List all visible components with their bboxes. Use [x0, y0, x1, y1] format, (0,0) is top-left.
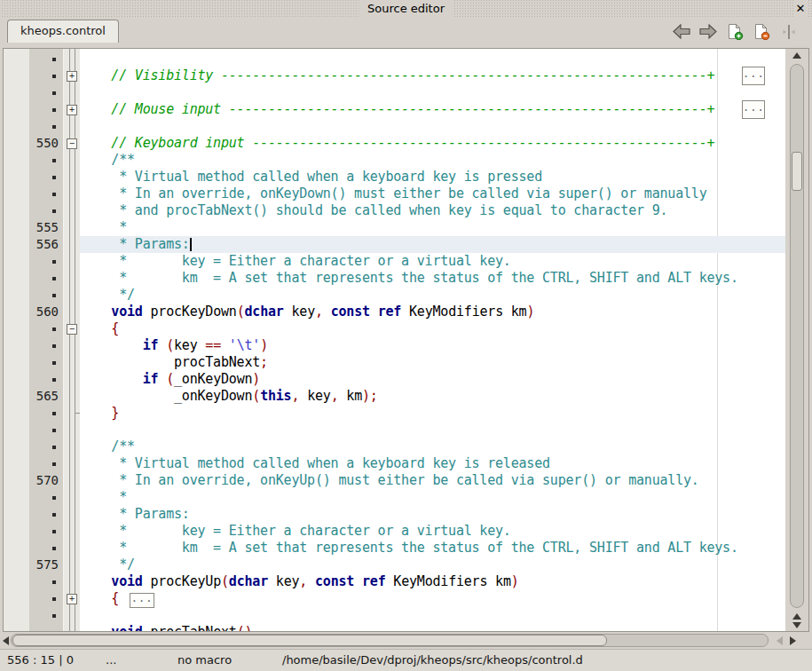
- line-dot: [29, 101, 63, 118]
- code-line[interactable]: {: [80, 320, 785, 337]
- line-dot: [29, 405, 63, 422]
- previous-source-icon: [672, 24, 691, 39]
- code-line[interactable]: */: [80, 287, 785, 304]
- code-line[interactable]: * Virtual method called when a keyboard …: [80, 455, 785, 472]
- code-line[interactable]: * and procTabNext() should be called whe…: [80, 202, 785, 219]
- fold-gutter-cell: [64, 51, 80, 67]
- line-dot: [29, 186, 63, 202]
- folded-code-ellipsis[interactable]: ...: [742, 67, 765, 85]
- code-line[interactable]: */: [80, 557, 785, 573]
- fold-gutter-cell: [64, 438, 80, 455]
- fold-gutter-cell: [64, 304, 80, 320]
- code-line[interactable]: * Params:: [80, 236, 785, 253]
- code-line[interactable]: /**: [80, 152, 785, 169]
- fold-expand-icon[interactable]: +: [67, 594, 77, 604]
- fold-gutter-cell: [64, 557, 80, 573]
- code-view[interactable]: // Visibility --------------------------…: [80, 49, 785, 631]
- code-line[interactable]: * In an override, onKeyUp() must either …: [80, 472, 785, 489]
- fold-expand-icon[interactable]: +: [67, 105, 77, 115]
- titlebar[interactable]: Source editor ✕: [0, 0, 812, 18]
- fold-gutter-cell: +: [64, 101, 80, 118]
- fold-gutter-cell: [64, 152, 80, 169]
- hscroll-thumb[interactable]: [12, 635, 607, 646]
- code-line[interactable]: /**: [80, 438, 785, 455]
- vscroll-thumb[interactable]: [792, 152, 802, 191]
- code-line[interactable]: void procKeyUp(dchar key, const ref KeyM…: [80, 573, 785, 590]
- scroll-left-icon[interactable]: [3, 636, 9, 645]
- scroll-up-icon[interactable]: [792, 52, 801, 59]
- fold-gutter-cell: [64, 573, 80, 590]
- tab-kheops-control[interactable]: kheops.control: [7, 20, 119, 43]
- code-area[interactable]: // Visibility --------------------------…: [80, 51, 785, 631]
- code-line[interactable]: void procTabNext(): [80, 624, 785, 631]
- code-line[interactable]: [80, 84, 785, 101]
- detach-editor-button[interactable]: [779, 22, 799, 42]
- code-line[interactable]: _onKeyDown(this, key, km);: [80, 388, 785, 405]
- code-line[interactable]: // Mouse input -------------------------…: [80, 101, 785, 118]
- code-line[interactable]: * key = Either a character or a virtual …: [80, 523, 785, 540]
- code-line[interactable]: * Params:: [80, 506, 785, 523]
- scroll-down-icon[interactable]: [792, 622, 801, 628]
- code-line[interactable]: * key = Either a character or a virtual …: [80, 253, 785, 270]
- code-line[interactable]: void procKeyDown(dchar key, const ref Ke…: [80, 304, 785, 320]
- code-line[interactable]: * km = A set that represents the status …: [80, 270, 785, 287]
- vscroll-track[interactable]: [790, 64, 804, 608]
- fold-gutter-cell: [64, 523, 80, 540]
- line-dot: [29, 590, 63, 607]
- code-line[interactable]: if (_onKeyDown): [80, 371, 785, 388]
- new-source-button[interactable]: [725, 22, 745, 42]
- code-line[interactable]: * Virtual method called when a keyboard …: [80, 169, 785, 186]
- line-number: 556: [29, 236, 63, 253]
- code-line[interactable]: * In an override, onKeyDown() must eithe…: [80, 186, 785, 202]
- fold-collapse-icon[interactable]: −: [67, 324, 77, 335]
- fold-gutter-cell: [64, 84, 80, 101]
- fold-expand-icon[interactable]: +: [67, 71, 77, 82]
- previous-source-button[interactable]: [672, 22, 691, 42]
- line-dot: [29, 422, 63, 438]
- code-line[interactable]: procTabNext;: [80, 354, 785, 371]
- new-source-icon: [725, 24, 745, 40]
- tab-label: kheops.control: [20, 24, 106, 37]
- code-line[interactable]: *: [80, 489, 785, 506]
- line-number: 560: [29, 304, 63, 320]
- line-number: 550: [29, 135, 63, 152]
- scroll-left-icon-right[interactable]: [777, 636, 783, 645]
- code-line[interactable]: // Keyboard input ----------------------…: [80, 135, 785, 152]
- code-line[interactable]: [80, 607, 785, 624]
- fold-margin[interactable]: ++−−+: [63, 49, 80, 631]
- line-dot: [29, 337, 63, 354]
- horizontal-scrollbar[interactable]: [0, 632, 812, 649]
- vertical-scrollbar[interactable]: [785, 49, 808, 631]
- code-line[interactable]: if (key == '\t'): [80, 337, 785, 354]
- code-line[interactable]: // Visibility --------------------------…: [80, 67, 785, 84]
- line-dot: [29, 169, 63, 186]
- line-dot: [29, 573, 63, 590]
- line-dot: [29, 253, 63, 270]
- close-source-button[interactable]: [752, 22, 771, 42]
- scroll-right-icon[interactable]: [790, 636, 796, 645]
- next-source-button[interactable]: [698, 22, 718, 42]
- line-dot: [29, 152, 63, 169]
- code-line[interactable]: }: [80, 405, 785, 422]
- line-dot: [29, 118, 63, 135]
- code-line[interactable]: {...: [80, 590, 785, 607]
- window-title: Source editor: [359, 0, 453, 18]
- code-line[interactable]: * km = A set that represents the status …: [80, 540, 785, 557]
- fold-gutter-cell: [64, 607, 80, 624]
- line-number: 555: [29, 219, 63, 236]
- close-icon[interactable]: ✕: [793, 0, 808, 18]
- close-source-icon: [752, 24, 771, 40]
- code-line[interactable]: [80, 118, 785, 135]
- line-dot: [29, 455, 63, 472]
- folded-code-ellipsis[interactable]: ...: [742, 100, 765, 119]
- code-line[interactable]: *: [80, 219, 785, 236]
- folded-code-ellipsis[interactable]: ...: [130, 593, 154, 608]
- line-dot: [29, 51, 63, 67]
- fold-collapse-icon[interactable]: −: [67, 138, 77, 149]
- code-line[interactable]: [80, 51, 785, 67]
- line-number: 575: [29, 557, 63, 573]
- code-line[interactable]: [80, 422, 785, 438]
- fold-gutter-cell: [64, 540, 80, 557]
- scroll-up-icon-bottom[interactable]: [792, 613, 801, 620]
- line-dot: [29, 320, 63, 337]
